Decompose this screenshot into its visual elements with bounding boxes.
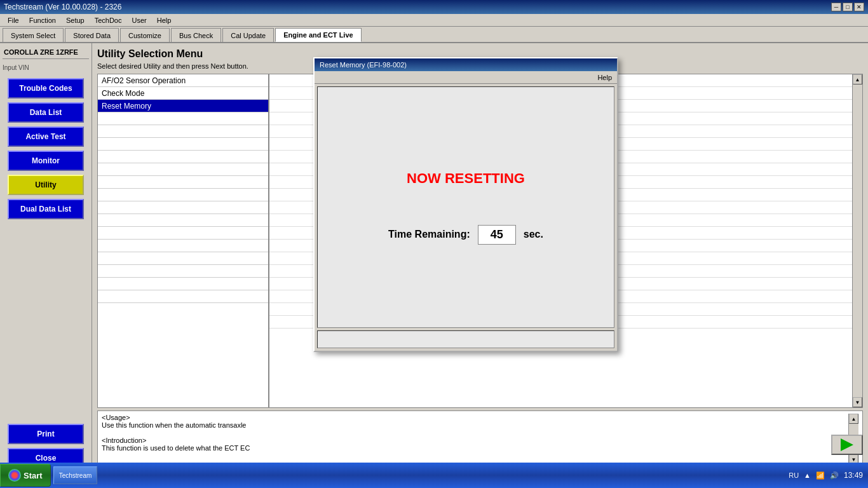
network-icon: ▲: [804, 471, 811, 479]
volume-icon: 🔊: [830, 471, 839, 480]
taskbar-app-item[interactable]: Techstream: [53, 466, 98, 484]
locale-indicator: RU: [789, 471, 799, 479]
signal-icon: 📶: [816, 471, 825, 480]
now-resetting-text: NOW RESETTING: [407, 170, 525, 187]
taskbar-app-label: Techstream: [59, 472, 92, 479]
modal-footer: [317, 330, 614, 348]
start-button[interactable]: Start: [0, 464, 51, 487]
time-value-display: 45: [478, 225, 516, 245]
time-remaining-label: Time Remaining:: [388, 229, 470, 240]
taskbar-apps: Techstream: [51, 466, 784, 484]
modal-help-menu[interactable]: Help: [597, 74, 612, 81]
taskbar: Start Techstream RU ▲ 📶 🔊 13:49: [0, 463, 868, 488]
modal-dialog: Reset Memory (EFI-98-002) Help NOW RESET…: [313, 57, 618, 352]
modal-titlebar: Reset Memory (EFI-98-002): [315, 58, 617, 71]
time-unit-label: sec.: [524, 229, 543, 240]
modal-title: Reset Memory (EFI-98-002): [320, 61, 407, 69]
modal-menubar: Help: [315, 71, 617, 84]
taskbar-tray: RU ▲ 📶 🔊 13:49: [783, 471, 868, 480]
start-label: Start: [24, 471, 43, 480]
time-remaining-row: Time Remaining: 45 sec.: [388, 225, 543, 245]
clock: 13:49: [844, 471, 863, 480]
modal-body: NOW RESETTING Time Remaining: 45 sec.: [317, 86, 614, 328]
modal-overlay: Reset Memory (EFI-98-002) Help NOW RESET…: [0, 0, 868, 488]
windows-logo-icon: [8, 469, 21, 482]
